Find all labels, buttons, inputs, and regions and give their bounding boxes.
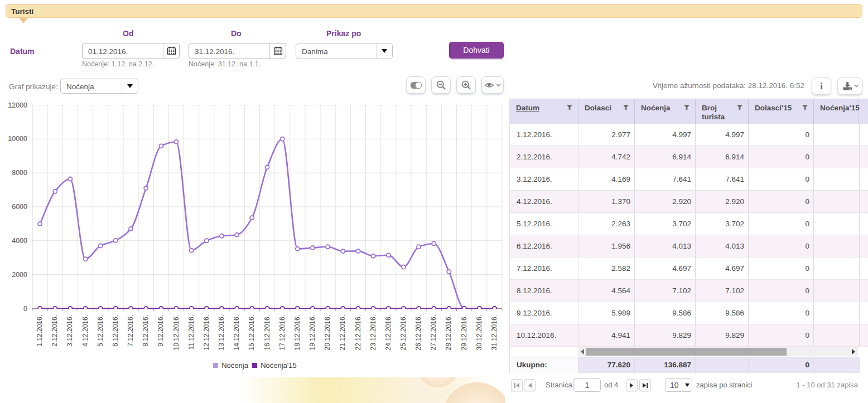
svg-text:14.12.2016.: 14.12.2016.: [233, 315, 240, 350]
svg-text:24.12.2016.: 24.12.2016.: [384, 315, 392, 350]
svg-text:10000: 10000: [8, 135, 27, 143]
svg-text:29.12.2016.: 29.12.2016.: [460, 315, 468, 350]
svg-text:9.12.2016.: 9.12.2016.: [157, 315, 165, 347]
svg-text:19.12.2016.: 19.12.2016.: [308, 315, 316, 350]
svg-text:22.12.2016.: 22.12.2016.: [354, 315, 362, 350]
svg-text:7.12.2016.: 7.12.2016.: [127, 315, 134, 347]
svg-text:23.12.2016.: 23.12.2016.: [369, 315, 377, 350]
svg-text:27.12.2016.: 27.12.2016.: [430, 315, 437, 350]
svg-text:21.12.2016.: 21.12.2016.: [339, 315, 346, 350]
svg-text:6000: 6000: [12, 203, 27, 211]
svg-text:2.12.2016.: 2.12.2016.: [51, 315, 59, 347]
svg-text:16.12.2016.: 16.12.2016.: [263, 315, 271, 350]
svg-text:3.12.2016.: 3.12.2016.: [66, 315, 74, 347]
svg-text:12.12.2016.: 12.12.2016.: [202, 315, 210, 350]
svg-text:13.12.2016.: 13.12.2016.: [218, 315, 225, 350]
svg-text:28.12.2016.: 28.12.2016.: [445, 315, 452, 350]
svg-text:0: 0: [23, 305, 27, 313]
svg-text:6.12.2016.: 6.12.2016.: [112, 315, 119, 347]
svg-text:4.12.2016.: 4.12.2016.: [81, 315, 89, 347]
svg-text:8000: 8000: [12, 169, 27, 177]
svg-text:2000: 2000: [12, 271, 27, 279]
svg-text:15.12.2016.: 15.12.2016.: [248, 315, 255, 350]
svg-text:1.12.2016.: 1.12.2016.: [36, 315, 44, 347]
svg-text:17.12.2016.: 17.12.2016.: [278, 315, 286, 350]
svg-text:30.12.2016.: 30.12.2016.: [475, 315, 483, 350]
svg-text:10.12.2016.: 10.12.2016.: [172, 315, 180, 350]
svg-text:11.12.2016.: 11.12.2016.: [187, 315, 195, 350]
svg-text:18.12.2016.: 18.12.2016.: [293, 315, 301, 350]
svg-text:20.12.2016.: 20.12.2016.: [324, 315, 331, 350]
svg-text:26.12.2016.: 26.12.2016.: [414, 315, 422, 350]
svg-text:4000: 4000: [12, 237, 27, 245]
svg-text:8.12.2016.: 8.12.2016.: [142, 315, 150, 347]
svg-text:5.12.2016.: 5.12.2016.: [97, 315, 104, 347]
svg-text:25.12.2016.: 25.12.2016.: [399, 315, 407, 350]
svg-text:12000: 12000: [8, 101, 27, 109]
svg-text:31.12.2016.: 31.12.2016.: [490, 315, 498, 350]
